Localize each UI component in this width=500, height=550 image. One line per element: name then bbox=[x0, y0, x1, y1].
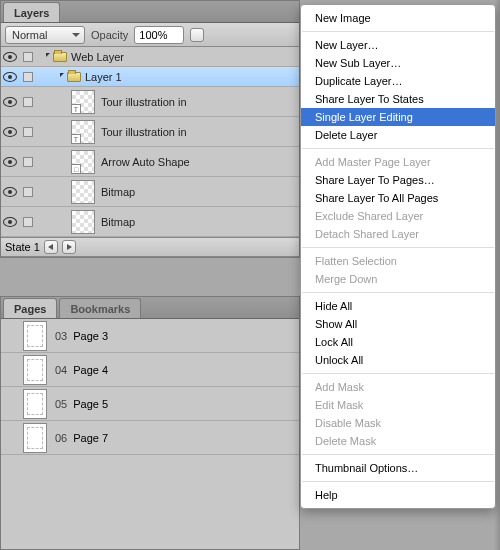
menu-item[interactable]: Share Layer To All Pages bbox=[301, 189, 495, 207]
menu-item[interactable]: Unlock All bbox=[301, 351, 495, 369]
layer-label: Bitmap bbox=[101, 216, 135, 228]
visibility-icon[interactable] bbox=[3, 187, 17, 197]
layer-thumbnail bbox=[71, 210, 95, 234]
menu-item[interactable]: Thumbnail Options… bbox=[301, 459, 495, 477]
layer-row[interactable]: Bitmap bbox=[1, 207, 299, 237]
state-label[interactable]: State 1 bbox=[5, 241, 40, 253]
layer-row[interactable]: Bitmap bbox=[1, 177, 299, 207]
lock-toggle[interactable] bbox=[23, 187, 33, 197]
layer-thumbnail bbox=[71, 180, 95, 204]
layer-thumbnail: T bbox=[71, 90, 95, 114]
menu-item: Add Mask bbox=[301, 378, 495, 396]
menu-item: Edit Mask bbox=[301, 396, 495, 414]
menu-item[interactable]: Share Layer To States bbox=[301, 90, 495, 108]
tab-bookmarks[interactable]: Bookmarks bbox=[59, 298, 141, 318]
menu-item: Flatten Selection bbox=[301, 252, 495, 270]
menu-item[interactable]: Lock All bbox=[301, 333, 495, 351]
page-thumbnail bbox=[23, 321, 47, 351]
menu-item[interactable]: Duplicate Layer… bbox=[301, 72, 495, 90]
layer-label: Layer 1 bbox=[85, 71, 122, 83]
lock-toggle[interactable] bbox=[23, 157, 33, 167]
page-number: 03 bbox=[55, 330, 67, 342]
layer-row[interactable]: TTour illustration in bbox=[1, 117, 299, 147]
layer-label: Arrow Auto Shape bbox=[101, 156, 190, 168]
folder-icon bbox=[67, 72, 81, 82]
lock-toggle[interactable] bbox=[23, 52, 33, 62]
menu-item[interactable]: New Image bbox=[301, 9, 495, 27]
menu-item[interactable]: Show All bbox=[301, 315, 495, 333]
menu-item[interactable]: New Sub Layer… bbox=[301, 54, 495, 72]
layer-label: Tour illustration in bbox=[101, 126, 187, 138]
state-prev[interactable] bbox=[44, 240, 58, 254]
page-number: 04 bbox=[55, 364, 67, 376]
tab-pages[interactable]: Pages bbox=[3, 298, 57, 318]
layer-label: Web Layer bbox=[71, 51, 124, 63]
page-name: Page 3 bbox=[73, 330, 108, 342]
layer-thumbnail: □ bbox=[71, 150, 95, 174]
visibility-icon[interactable] bbox=[3, 127, 17, 137]
lock-toggle[interactable] bbox=[23, 217, 33, 227]
menu-separator bbox=[302, 454, 494, 455]
page-name: Page 5 bbox=[73, 398, 108, 410]
menu-item[interactable]: Hide All bbox=[301, 297, 495, 315]
page-thumbnail bbox=[23, 389, 47, 419]
menu-item[interactable]: Help bbox=[301, 486, 495, 504]
page-number: 06 bbox=[55, 432, 67, 444]
menu-item[interactable]: Delete Layer bbox=[301, 126, 495, 144]
page-row[interactable]: 03Page 3 bbox=[1, 319, 299, 353]
opacity-stepper[interactable] bbox=[190, 28, 204, 42]
menu-separator bbox=[302, 481, 494, 482]
disclosure-triangle-icon[interactable] bbox=[60, 73, 64, 81]
lock-toggle[interactable] bbox=[23, 72, 33, 82]
menu-item[interactable]: Share Layer To Pages… bbox=[301, 171, 495, 189]
layer-row[interactable]: TTour illustration in bbox=[1, 87, 299, 117]
state-next[interactable] bbox=[62, 240, 76, 254]
menu-separator bbox=[302, 148, 494, 149]
menu-item: Delete Mask bbox=[301, 432, 495, 450]
layer-row[interactable]: □Arrow Auto Shape bbox=[1, 147, 299, 177]
menu-item: Merge Down bbox=[301, 270, 495, 288]
menu-item: Exclude Shared Layer bbox=[301, 207, 495, 225]
layer-row[interactable]: Layer 1 bbox=[1, 67, 299, 87]
menu-separator bbox=[302, 292, 494, 293]
menu-item[interactable]: Single Layer Editing bbox=[301, 108, 495, 126]
visibility-icon[interactable] bbox=[3, 157, 17, 167]
layer-context-menu: New ImageNew Layer…New Sub Layer…Duplica… bbox=[300, 4, 496, 509]
visibility-icon[interactable] bbox=[3, 217, 17, 227]
page-row[interactable]: 05Page 5 bbox=[1, 387, 299, 421]
menu-item: Detach Shared Layer bbox=[301, 225, 495, 243]
layer-label: Tour illustration in bbox=[101, 96, 187, 108]
page-thumbnail bbox=[23, 423, 47, 453]
menu-item[interactable]: New Layer… bbox=[301, 36, 495, 54]
page-row[interactable]: 06Page 7 bbox=[1, 421, 299, 455]
menu-item: Disable Mask bbox=[301, 414, 495, 432]
page-number: 05 bbox=[55, 398, 67, 410]
visibility-icon[interactable] bbox=[3, 52, 17, 62]
opacity-input[interactable]: 100% bbox=[134, 26, 184, 44]
visibility-icon[interactable] bbox=[3, 72, 17, 82]
layer-thumbnail: T bbox=[71, 120, 95, 144]
opacity-label: Opacity bbox=[91, 29, 128, 41]
layer-label: Bitmap bbox=[101, 186, 135, 198]
page-name: Page 4 bbox=[73, 364, 108, 376]
blend-mode-select[interactable]: Normal bbox=[5, 26, 85, 44]
menu-separator bbox=[302, 31, 494, 32]
page-thumbnail bbox=[23, 355, 47, 385]
panel-shadow bbox=[494, 0, 500, 550]
tab-layers[interactable]: Layers bbox=[3, 2, 60, 22]
layer-row[interactable]: Web Layer bbox=[1, 47, 299, 67]
page-name: Page 7 bbox=[73, 432, 108, 444]
folder-icon bbox=[53, 52, 67, 62]
menu-separator bbox=[302, 373, 494, 374]
lock-toggle[interactable] bbox=[23, 127, 33, 137]
menu-separator bbox=[302, 247, 494, 248]
visibility-icon[interactable] bbox=[3, 97, 17, 107]
page-row[interactable]: 04Page 4 bbox=[1, 353, 299, 387]
lock-toggle[interactable] bbox=[23, 97, 33, 107]
menu-item: Add Master Page Layer bbox=[301, 153, 495, 171]
disclosure-triangle-icon[interactable] bbox=[46, 53, 50, 61]
